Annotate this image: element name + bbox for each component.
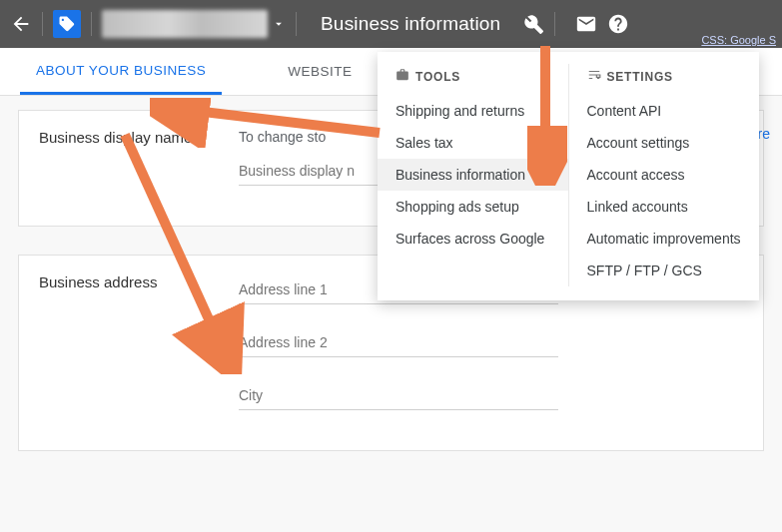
separator (91, 12, 92, 36)
menu-item-sales-tax[interactable]: Sales tax (378, 127, 568, 159)
tools-heading-text: TOOLS (415, 70, 460, 84)
menu-item-shipping[interactable]: Shipping and returns (378, 95, 568, 127)
menu-item-business-information[interactable]: Business information (378, 159, 568, 191)
menu-item-content-api[interactable]: Content API (569, 95, 760, 127)
tools-heading: TOOLS (378, 64, 568, 95)
tab-about-your-business[interactable]: ABOUT YOUR BUSINESS (20, 48, 222, 95)
mail-icon[interactable] (575, 13, 597, 35)
tab-website[interactable]: WEBSITE (272, 48, 368, 95)
address-line2-input[interactable] (239, 326, 558, 357)
menu-item-automatic-improvements[interactable]: Automatic improvements (569, 223, 760, 255)
back-arrow-icon[interactable] (10, 13, 32, 35)
separator (296, 12, 297, 36)
display-name-label: Business display name (39, 129, 239, 208)
account-caret-down-icon[interactable] (272, 17, 286, 31)
help-icon[interactable] (607, 13, 629, 35)
separator (42, 12, 43, 36)
app-header: Business information CSS: Google S (0, 0, 782, 48)
menu-item-sftp[interactable]: SFTP / FTP / GCS (569, 255, 760, 286)
toolbox-icon (395, 68, 409, 85)
menu-item-account-settings[interactable]: Account settings (569, 127, 760, 159)
settings-heading: SETTINGS (569, 64, 760, 95)
css-partner-link[interactable]: CSS: Google S (701, 34, 776, 46)
menu-item-shopping-ads[interactable]: Shopping ads setup (378, 191, 568, 223)
page-title: Business information (321, 13, 500, 35)
merchant-tag-icon[interactable] (53, 10, 81, 38)
account-name-obscured[interactable] (102, 10, 268, 38)
menu-col-settings: SETTINGS Content API Account settings Ac… (568, 64, 760, 286)
wrench-icon[interactable] (522, 13, 544, 35)
menu-item-account-access[interactable]: Account access (569, 159, 760, 191)
menu-item-surfaces[interactable]: Surfaces across Google (378, 223, 568, 255)
city-input[interactable] (239, 379, 558, 410)
address-label: Business address (39, 273, 239, 410)
tools-settings-menu: TOOLS Shipping and returns Sales tax Bus… (378, 52, 759, 300)
sliders-icon (587, 68, 601, 85)
separator (554, 12, 555, 36)
menu-item-linked-accounts[interactable]: Linked accounts (569, 191, 760, 223)
settings-heading-text: SETTINGS (607, 70, 673, 84)
menu-col-tools: TOOLS Shipping and returns Sales tax Bus… (378, 64, 568, 286)
